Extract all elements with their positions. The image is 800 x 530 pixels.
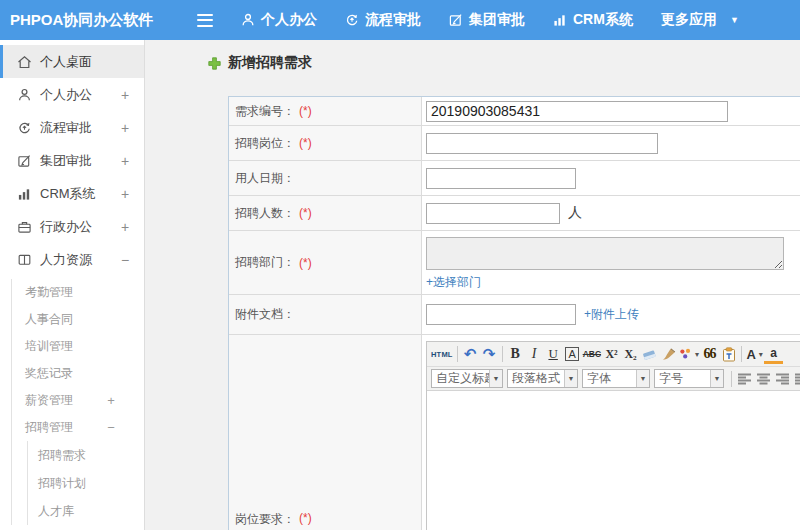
attachment-upload-link[interactable]: +附件上传 (584, 306, 639, 323)
italic-button[interactable]: I (525, 344, 544, 364)
highlight-color-button[interactable]: a (764, 344, 783, 364)
hr-book-icon (17, 253, 32, 267)
dept-textarea[interactable] (426, 237, 784, 270)
hr-submenu: 考勤管理 人事合同 培训管理 奖惩记录 薪资管理+ 招聘管理− 招聘需求 招聘计… (11, 279, 144, 525)
sidebar-item-training[interactable]: 培训管理 (12, 333, 144, 360)
rich-text-editor: HTML ↶ ↷ B I U A ABC X² X₂ (426, 341, 800, 530)
required-mark: (*) (299, 206, 312, 220)
editor-toolbar-row2: 自定义标题▼ 段落格式▼ 字体▼ 字号▼ (427, 367, 800, 391)
expand-icon[interactable]: + (120, 120, 130, 136)
sidebar-item-talent-pool[interactable]: 人才库 (28, 497, 144, 525)
position-input[interactable] (426, 133, 658, 154)
expand-icon[interactable]: + (120, 87, 130, 103)
align-right-icon[interactable] (773, 369, 792, 388)
paste-text-icon[interactable] (719, 344, 738, 364)
nav-workflow-approval[interactable]: 流程审批 (345, 11, 421, 29)
editor-toolbar-row1: HTML ↶ ↷ B I U A ABC X² X₂ (427, 342, 800, 367)
recruit-submenu: 招聘需求 招聘计划 人才库 (27, 441, 144, 525)
subscript-button[interactable]: X₂ (621, 344, 640, 364)
paragraph-format-select[interactable]: 段落格式▼ (507, 369, 578, 388)
field-label: 需求编号： (235, 103, 295, 120)
undo-icon[interactable]: ↶ (461, 344, 480, 364)
html-source-button[interactable]: HTML (430, 344, 454, 364)
sidebar-item-rewards[interactable]: 奖惩记录 (12, 360, 144, 387)
page-title-text: 新增招聘需求 (228, 54, 312, 72)
underline-button[interactable]: U (544, 344, 563, 364)
format-brush-icon[interactable] (659, 344, 678, 364)
blockquote-button[interactable]: 66 (700, 344, 719, 364)
main-content: 新增招聘需求 需求编号：(*) 招聘岗位：(*) 用人日期： 招聘人数：(*) … (146, 40, 800, 530)
select-dept-link[interactable]: +选择部门 (426, 274, 481, 291)
menu-toggle-icon[interactable] (197, 14, 213, 27)
hire-date-input[interactable] (426, 168, 576, 189)
font-size-select[interactable]: 字号▼ (654, 369, 724, 388)
sidebar-item-personal-office[interactable]: 个人办公 + (0, 78, 144, 111)
sidebar-item-recruit-demand[interactable]: 招聘需求 (28, 441, 144, 469)
sidebar-item-admin-office[interactable]: 行政办公 + (0, 210, 144, 243)
nav-personal-office[interactable]: 个人办公 (241, 11, 317, 29)
approve-edit-icon (17, 154, 32, 168)
field-label: 附件文档： (235, 306, 295, 323)
sidebar-item-hr-contract[interactable]: 人事合同 (12, 306, 144, 333)
add-plus-icon (208, 57, 221, 70)
briefcase-icon (17, 220, 32, 234)
collapse-icon[interactable]: − (120, 252, 130, 268)
align-center-icon[interactable] (754, 369, 773, 388)
headcount-input[interactable] (426, 203, 560, 224)
sidebar-item-salary[interactable]: 薪资管理+ (12, 387, 144, 414)
nav-crm-system[interactable]: CRM系统 (553, 11, 633, 29)
font-color-button[interactable]: A▾ (745, 344, 764, 364)
req-no-input[interactable] (426, 101, 728, 122)
collapse-icon[interactable]: − (106, 420, 116, 435)
nav-more-apps[interactable]: 更多应用 ▼ (661, 11, 739, 29)
sidebar-item-personal-desktop[interactable]: 个人桌面 (0, 45, 144, 78)
recruit-demand-form: 需求编号：(*) 招聘岗位：(*) 用人日期： 招聘人数：(*) 人 招聘部门：… (228, 96, 800, 530)
strikethrough-button[interactable]: ABC (582, 344, 602, 364)
required-mark: (*) (299, 256, 312, 270)
approve-edit-icon (449, 13, 463, 27)
form-row-position: 招聘岗位：(*) (229, 126, 800, 161)
format-a-button[interactable]: A (563, 344, 582, 364)
sidebar-item-crm-system[interactable]: CRM系统 + (0, 177, 144, 210)
superscript-button[interactable]: X² (602, 344, 621, 364)
form-row-count: 招聘人数：(*) 人 (229, 196, 800, 231)
redo-icon[interactable]: ↷ (480, 344, 499, 364)
color-palette-icon[interactable]: ▾ (678, 344, 700, 364)
caret-down-icon: ▼ (636, 370, 649, 387)
expand-icon[interactable]: + (120, 153, 130, 169)
caret-down-icon: ▾ (695, 350, 699, 359)
sidebar-item-human-resources[interactable]: 人力资源 − (0, 243, 144, 276)
field-label: 岗位要求： (235, 511, 295, 528)
font-family-select[interactable]: 字体▼ (582, 369, 650, 388)
workflow-icon (17, 121, 32, 135)
eraser-icon[interactable] (640, 344, 659, 364)
sidebar-item-attendance[interactable]: 考勤管理 (12, 279, 144, 306)
bold-button[interactable]: B (506, 344, 525, 364)
align-justify-icon[interactable] (792, 369, 800, 388)
home-icon (17, 55, 32, 69)
field-label: 招聘人数： (235, 205, 295, 222)
form-row-dept: 招聘部门：(*) +选择部门 (229, 231, 800, 295)
align-left-icon[interactable] (735, 369, 754, 388)
sidebar: 个人桌面 个人办公 + 流程审批 + 集团审批 + CRM系统 + 行政办公 +… (0, 40, 145, 530)
attachment-input[interactable] (426, 304, 576, 325)
nav-group-approval[interactable]: 集团审批 (449, 11, 525, 29)
sidebar-item-recruit-mgmt[interactable]: 招聘管理− (12, 414, 144, 441)
topbar: PHPOA协同办公软件 个人办公 流程审批 集团审批 CRM系统 更多应用 ▼ (0, 0, 800, 40)
sidebar-item-workflow-approval[interactable]: 流程审批 + (0, 111, 144, 144)
expand-icon[interactable]: + (106, 393, 116, 408)
top-nav: 个人办公 流程审批 集团审批 CRM系统 更多应用 ▼ (213, 11, 739, 29)
sidebar-item-recruit-plan[interactable]: 招聘计划 (28, 469, 144, 497)
editor-content-area[interactable] (427, 391, 800, 530)
required-mark: (*) (299, 511, 312, 525)
sidebar-item-group-approval[interactable]: 集团审批 + (0, 144, 144, 177)
workflow-icon (345, 13, 359, 27)
field-label: 招聘部门： (235, 254, 295, 271)
expand-icon[interactable]: + (120, 186, 130, 202)
caret-down-icon: ▼ (564, 370, 577, 387)
custom-title-select[interactable]: 自定义标题▼ (431, 369, 503, 388)
expand-icon[interactable]: + (120, 219, 130, 235)
form-row-date: 用人日期： (229, 161, 800, 196)
page-title: 新增招聘需求 (208, 52, 800, 74)
user-icon (17, 88, 32, 102)
